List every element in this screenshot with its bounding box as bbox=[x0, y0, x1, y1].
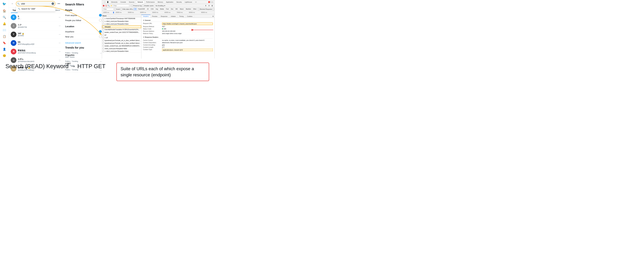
near-you-row[interactable]: Near you bbox=[65, 34, 102, 39]
dt-tab-more[interactable]: >> bbox=[194, 1, 198, 4]
devtools-inspect-icon[interactable]: ⬚ bbox=[103, 1, 106, 4]
devtools-device-icon[interactable]: 📱 bbox=[106, 1, 109, 4]
filter-fetch-xhr[interactable]: Fetch/XHR bbox=[137, 8, 146, 10]
filter-input[interactable] bbox=[113, 5, 129, 7]
sidebar-more-icon[interactable]: 😊 bbox=[1, 53, 7, 59]
anywhere-radio[interactable] bbox=[99, 30, 102, 33]
user-item-4[interactable]: 浩 野坂浩志 @XFD947cKGeUBenp ··· bbox=[9, 47, 62, 56]
req-row-5[interactable]: avatar_content?user_ids=1322173775962640… bbox=[102, 31, 141, 34]
trend-more-0[interactable]: ··· bbox=[100, 52, 102, 54]
dt-tab-performance[interactable]: Performance bbox=[145, 1, 156, 4]
more-options-button[interactable]: ••• bbox=[56, 1, 61, 6]
item-more-3[interactable]: ··· bbox=[59, 42, 60, 44]
third-party-checkbox[interactable] bbox=[212, 8, 214, 10]
filter-font[interactable]: Font bbox=[165, 8, 170, 10]
blocked-requests-checkbox[interactable] bbox=[198, 8, 200, 10]
dt-tab-network[interactable]: Network bbox=[136, 1, 144, 4]
dt-tab-security[interactable]: Security bbox=[175, 1, 183, 4]
from-anyone-radio[interactable] bbox=[99, 14, 102, 17]
anywhere-row[interactable]: Anywhere bbox=[65, 29, 102, 34]
req-row-7[interactable]: ◇ p2 bbox=[102, 36, 141, 39]
item-more-4[interactable]: ··· bbox=[59, 50, 60, 53]
req-checkbox-5[interactable] bbox=[102, 31, 104, 33]
preserve-log-label[interactable]: Preserve log bbox=[131, 5, 142, 7]
req-checkbox-7[interactable] bbox=[102, 37, 104, 39]
req-row-11[interactable]: client_event.json?keepalive=false bbox=[102, 47, 141, 50]
detail-tab-timing[interactable]: Timing bbox=[178, 15, 186, 18]
req-row-2[interactable]: ◇ client_event.json?keepalive=false bbox=[102, 23, 141, 26]
from-anyone-row[interactable]: From anyone bbox=[65, 13, 102, 18]
user-item-2[interactable]: Y YAT 🔒 @xfd9e ··· bbox=[9, 30, 62, 39]
req-checkbox-1[interactable] bbox=[102, 21, 104, 22]
filter-manifest[interactable]: Manifest bbox=[185, 8, 192, 10]
back-button[interactable]: ← bbox=[10, 1, 15, 6]
search-clear-button[interactable]: ✕ bbox=[52, 3, 54, 5]
req-row-10[interactable]: avatar_content?user_ids=98325608%2C13484… bbox=[102, 45, 141, 47]
dt-tab-application[interactable]: Application bbox=[165, 1, 175, 4]
record-button[interactable] bbox=[103, 5, 104, 7]
detail-tab-response[interactable]: Response bbox=[159, 15, 169, 18]
close-detail-button[interactable]: ✕ bbox=[212, 15, 214, 18]
url-filter-input[interactable] bbox=[103, 8, 114, 10]
disable-cache-checkbox[interactable] bbox=[142, 5, 144, 7]
req-checkbox-2[interactable] bbox=[102, 23, 104, 25]
req-checkbox-6[interactable] bbox=[102, 34, 104, 36]
people-you-follow-radio[interactable] bbox=[99, 19, 102, 22]
req-checkbox-3[interactable] bbox=[103, 26, 104, 28]
sidebar-profile-icon[interactable]: 👤 bbox=[1, 47, 7, 52]
req-checkbox-4[interactable] bbox=[102, 29, 104, 30]
req-row-9[interactable]: typeahead.json?include_ext_is_blue_verif… bbox=[102, 42, 141, 45]
user-item-3[interactable]: H HS @XFd9epqjMyouRjR ··· bbox=[9, 39, 62, 47]
clear-icon[interactable]: 🗑 bbox=[211, 4, 214, 7]
twitter-logo[interactable]: 🐦 bbox=[1, 1, 7, 7]
third-party-label[interactable]: 3rd-party requests bbox=[212, 8, 214, 10]
blocked-requests-label[interactable]: Blocked Requests bbox=[198, 8, 212, 10]
sidebar-lists-icon[interactable]: 📋 bbox=[1, 34, 7, 39]
invert-checkbox[interactable] bbox=[114, 8, 116, 10]
advanced-search-link[interactable]: Advanced search bbox=[65, 42, 102, 44]
req-checkbox-9[interactable] bbox=[102, 42, 104, 44]
search-input[interactable] bbox=[16, 1, 56, 6]
dt-tab-memory[interactable]: Memory bbox=[156, 1, 164, 4]
invert-checkbox-label[interactable]: Invert bbox=[114, 8, 120, 10]
filter-img[interactable]: Img bbox=[155, 8, 159, 10]
filter-js[interactable]: JS bbox=[146, 8, 150, 10]
req-row-6[interactable]: p2 bbox=[102, 34, 141, 36]
filter-icon[interactable]: 🔍 bbox=[108, 5, 110, 7]
detail-tab-preview[interactable]: Preview bbox=[150, 15, 159, 18]
hide-data-urls-label[interactable]: Hide data URLs bbox=[120, 8, 133, 10]
search-dropdown-item[interactable]: 🔍 Search for "xfd9" bbox=[16, 7, 55, 11]
filter-doc[interactable]: Doc bbox=[170, 8, 174, 10]
detail-tab-cookies[interactable]: Cookies bbox=[186, 15, 194, 18]
req-checkbox-0[interactable] bbox=[102, 18, 104, 20]
sidebar-messages-icon[interactable]: ✉️ bbox=[1, 27, 7, 33]
detail-tab-headers[interactable]: Headers bbox=[142, 15, 150, 18]
req-checkbox-11[interactable] bbox=[102, 48, 104, 49]
dt-tab-elements[interactable]: Elements bbox=[110, 1, 119, 4]
req-checkbox-10[interactable] bbox=[102, 45, 104, 47]
filter-all[interactable]: All bbox=[134, 8, 137, 10]
req-checkbox-8[interactable] bbox=[102, 40, 104, 41]
detail-tab-initiator[interactable]: Initiator bbox=[169, 15, 178, 18]
export-icon[interactable]: ⬇ bbox=[208, 4, 210, 7]
req-row-listjson[interactable]: list.json bbox=[102, 26, 141, 28]
dt-tab-lighthouse[interactable]: Lighthouse bbox=[183, 1, 194, 4]
people-you-follow-row[interactable]: People you follow bbox=[65, 18, 102, 23]
preserve-log-checkbox[interactable] bbox=[131, 5, 133, 7]
req-row-8[interactable]: typeahead.json?include_ext_is_blue_verif… bbox=[102, 39, 141, 42]
dt-tab-console[interactable]: Console bbox=[119, 1, 127, 4]
trend-item-0[interactable]: Politics · Trending Prigozhin 999K Tweet… bbox=[65, 51, 102, 59]
filter-other[interactable]: Other bbox=[192, 8, 197, 10]
sidebar-bookmarks-icon[interactable]: 🔖 bbox=[1, 40, 7, 46]
filter-wasm[interactable]: Wasm bbox=[179, 8, 184, 10]
filter-ws[interactable]: WS bbox=[175, 8, 178, 10]
user-item-1[interactable]: ミ ミク @xfd95758 ··· bbox=[9, 22, 62, 30]
near-you-radio[interactable] bbox=[99, 35, 102, 38]
req-row-12[interactable]: ◇ client_event.json?keepalive=false bbox=[102, 50, 141, 53]
hide-data-urls-checkbox[interactable] bbox=[120, 8, 122, 10]
sidebar-notifications-icon[interactable]: 🔔 bbox=[1, 21, 7, 26]
item-more-1[interactable]: ··· bbox=[59, 25, 60, 27]
sidebar-search-icon[interactable]: 🔍 bbox=[1, 15, 7, 20]
throttle-dropdown[interactable]: No throttling ▼ bbox=[156, 5, 166, 7]
sidebar-home-icon[interactable]: 🏠 bbox=[1, 8, 7, 14]
